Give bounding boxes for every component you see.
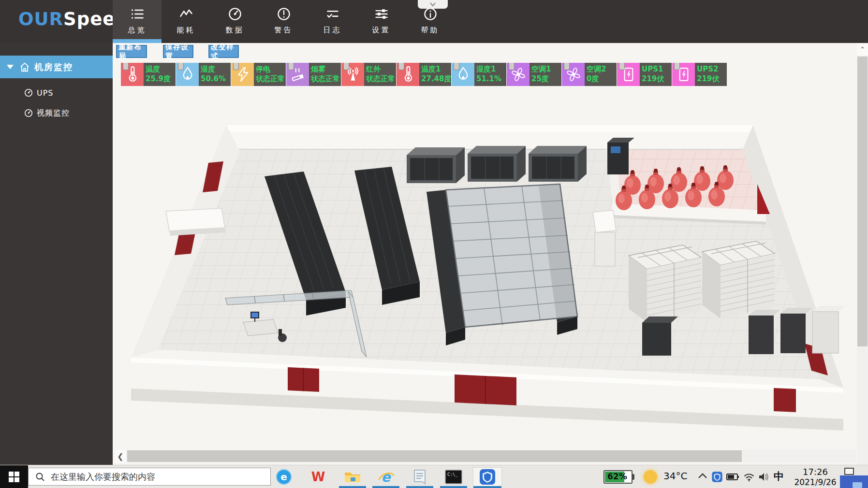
- tray-volume-icon[interactable]: [757, 471, 770, 483]
- sensor-tile-infrared[interactable]: 红外状态正常: [341, 63, 396, 86]
- tray-expand-chevron[interactable]: [697, 472, 708, 482]
- sensor-label: 空调1: [531, 64, 561, 74]
- sensor-label: 湿度1: [476, 64, 506, 74]
- main-nav: 总览 能耗 数据 警告 日志 设置 帮助: [113, 0, 455, 43]
- scroll-up-arrow-icon[interactable]: ⌃: [857, 43, 868, 56]
- start-button[interactable]: [0, 465, 28, 488]
- running-indicator: [440, 486, 467, 488]
- clock-time: 17:26: [788, 467, 842, 477]
- shield-app-icon: [479, 468, 496, 486]
- sidebar-item-label: 视频监控: [37, 108, 70, 118]
- help-icon: [423, 7, 438, 21]
- sidebar-item-ups[interactable]: UPS: [0, 85, 113, 101]
- sensor-tile-temperature[interactable]: 温度25.9度: [121, 63, 176, 86]
- sensor-info: 红外状态正常: [364, 63, 396, 86]
- tray-wifi-icon[interactable]: [743, 471, 755, 483]
- save-settings-button[interactable]: 保存设置: [163, 45, 193, 58]
- windows-taskbar: e W e C:\_ 62% 34°C 中 17:26: [0, 465, 868, 488]
- folder-icon: [344, 470, 361, 484]
- sensor-tile-ac-2[interactable]: 空调20度: [562, 63, 617, 86]
- taskbar-app-file-explorer[interactable]: [338, 467, 367, 487]
- sensor-label: 温度1: [421, 64, 451, 74]
- nav-label: 设置: [372, 26, 391, 35]
- running-indicator: [372, 486, 399, 488]
- list-icon: [130, 7, 145, 21]
- battery-percentage-widget[interactable]: 62%: [603, 470, 633, 484]
- taskbar-app-internet-explorer[interactable]: e: [371, 467, 400, 487]
- search-input[interactable]: [50, 471, 255, 482]
- chevron-down-icon: [429, 2, 436, 7]
- thermometer-icon: [121, 63, 144, 86]
- tray-battery-icon[interactable]: [726, 471, 739, 483]
- main-content: 重新布局 保存设置 改变样式 温度25.9度湿度50.6%停电状态正常烟雾状态正…: [113, 43, 857, 465]
- nav-tab-energy[interactable]: 能耗: [162, 0, 210, 43]
- tile-handle: [123, 63, 129, 70]
- nav-tab-overview[interactable]: 总览: [113, 0, 162, 43]
- tile-handle: [564, 63, 570, 70]
- smoke-icon: [286, 63, 309, 86]
- edge-icon: e: [276, 469, 292, 485]
- nav-tab-alerts[interactable]: 警告: [259, 0, 308, 43]
- tray-shield-icon[interactable]: [711, 471, 723, 483]
- search-icon: [35, 472, 45, 482]
- sensor-tile-ups-2[interactable]: UPS2219伏: [672, 63, 727, 86]
- tile-handle: [343, 63, 349, 70]
- sensor-label: UPS2: [697, 64, 727, 74]
- taskbar-app-monitor[interactable]: [473, 467, 502, 487]
- sidebar-item-room-monitoring[interactable]: 机房监控: [0, 56, 113, 78]
- notepad-icon: [412, 469, 427, 485]
- nav-tab-data[interactable]: 数据: [210, 0, 259, 43]
- settings-icon: [374, 7, 389, 21]
- taskbar-app-notepad[interactable]: [405, 467, 434, 487]
- vertical-scroll-thumb[interactable]: [857, 57, 868, 346]
- sensor-tile-humidity-1[interactable]: 湿度151.1%: [452, 63, 506, 86]
- weather-temperature[interactable]: 34°C: [663, 470, 687, 482]
- sensor-tile-smoke[interactable]: 烟雾状态正常: [286, 63, 341, 86]
- ime-indicator[interactable]: 中: [774, 470, 784, 483]
- sensor-tile-power-cut[interactable]: 停电状态正常: [231, 63, 286, 86]
- sensor-tile-ac-1[interactable]: 空调125度: [507, 63, 561, 86]
- sensor-value: 状态正常: [366, 74, 396, 84]
- nav-tab-settings[interactable]: 设置: [357, 0, 406, 43]
- taskbar-app-edge[interactable]: e: [269, 467, 298, 487]
- relayout-button[interactable]: 重新布局: [116, 45, 147, 58]
- change-style-button[interactable]: 改变样式: [208, 45, 239, 58]
- collapse-tab[interactable]: [418, 0, 448, 9]
- sensor-label: 湿度: [201, 64, 231, 74]
- taskbar-app-wps[interactable]: W: [304, 467, 333, 487]
- sensor-value: 219伏: [697, 74, 727, 84]
- sensor-tile-humidity[interactable]: 湿度50.6%: [176, 63, 231, 86]
- taskbar-search[interactable]: [28, 468, 271, 486]
- horizontal-scrollbar[interactable]: ❮: [115, 450, 856, 462]
- gauge-icon: [24, 109, 33, 117]
- sensor-value: 219伏: [642, 74, 672, 84]
- nav-tab-logs[interactable]: 日志: [308, 0, 357, 43]
- bolt-icon: [231, 63, 254, 86]
- tile-handle: [233, 63, 239, 70]
- battery-icon: [617, 63, 640, 86]
- svg-text:W: W: [311, 470, 325, 484]
- taskbar-app-terminal[interactable]: C:\_: [439, 467, 468, 487]
- sensor-tile-ups-1[interactable]: UPS1219伏: [617, 63, 672, 86]
- nav-label: 总览: [128, 26, 147, 35]
- sidebar: 机房监控 UPS 视频监控: [0, 43, 113, 465]
- svg-text:e: e: [382, 469, 392, 485]
- sensor-tile-temperature-1[interactable]: 温度127.48度: [397, 63, 451, 86]
- sensor-info: 湿度151.1%: [474, 63, 506, 86]
- antenna-icon: [341, 63, 364, 86]
- scroll-left-arrow-icon[interactable]: ❮: [115, 450, 126, 462]
- log-icon: [325, 7, 340, 21]
- nav-label: 帮助: [421, 26, 440, 35]
- notification-icon[interactable]: [844, 468, 854, 475]
- taskbar-clock[interactable]: 17:26 2021/9/26: [788, 467, 842, 487]
- horizontal-scroll-thumb[interactable]: [127, 450, 742, 462]
- droplet-icon: [176, 63, 199, 86]
- corner-popup-window[interactable]: [840, 475, 868, 488]
- server-room-3d-view[interactable]: [130, 109, 856, 448]
- sidebar-item-video-monitoring[interactable]: 视频监控: [0, 105, 113, 121]
- ie-icon: e: [377, 469, 395, 485]
- svg-text:C:\_: C:\_: [447, 472, 458, 477]
- weather-sun-icon[interactable]: [644, 470, 657, 484]
- vertical-scrollbar[interactable]: ⌃: [857, 43, 868, 465]
- nav-label: 能耗: [177, 26, 195, 35]
